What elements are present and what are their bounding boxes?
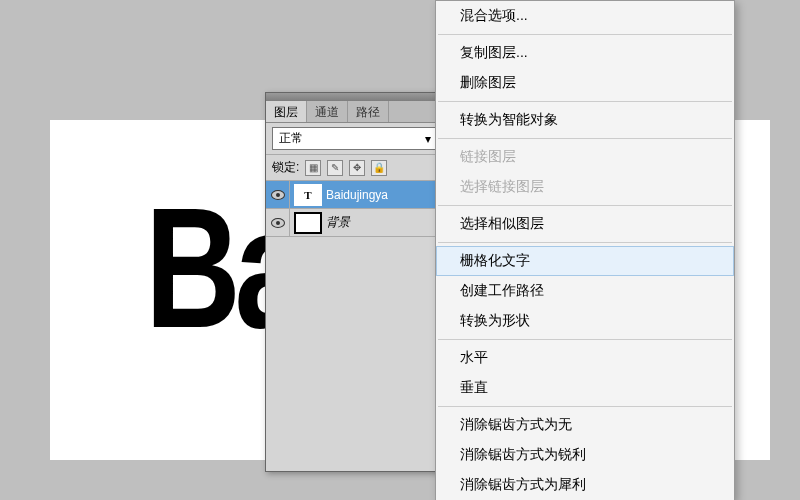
menu-separator xyxy=(438,242,732,243)
eye-icon xyxy=(271,218,285,228)
lock-move-icon[interactable]: ✥ xyxy=(349,160,365,176)
menu-separator xyxy=(438,406,732,407)
tab-paths[interactable]: 路径 xyxy=(348,101,389,122)
menu-item[interactable]: 转换为形状 xyxy=(436,306,734,336)
menu-item[interactable]: 水平 xyxy=(436,343,734,373)
menu-item: 链接图层 xyxy=(436,142,734,172)
lock-transparent-icon[interactable]: ▦ xyxy=(305,160,321,176)
menu-item[interactable]: 消除锯齿方式为锐利 xyxy=(436,440,734,470)
layers-panel: 图层 通道 路径 正常 ▾ 锁定: ▦ ✎ ✥ 🔒 T Baidujingya … xyxy=(265,92,445,472)
layer-name[interactable]: 背景 xyxy=(326,214,350,231)
eye-icon xyxy=(271,190,285,200)
layer-name[interactable]: Baidujingya xyxy=(326,188,388,202)
panel-tabs: 图层 通道 路径 xyxy=(266,101,444,123)
lock-all-icon[interactable]: 🔒 xyxy=(371,160,387,176)
layer-row[interactable]: T Baidujingya xyxy=(266,181,444,209)
blend-mode-value: 正常 xyxy=(279,130,303,147)
lock-label: 锁定: xyxy=(272,159,299,176)
blend-mode-row: 正常 ▾ xyxy=(266,123,444,155)
panel-titlebar[interactable] xyxy=(266,93,444,101)
layer-thumbnail[interactable]: T xyxy=(294,184,322,206)
layer-thumbnail[interactable] xyxy=(294,212,322,234)
chevron-down-icon: ▾ xyxy=(425,132,431,146)
layer-row[interactable]: 背景 xyxy=(266,209,444,237)
menu-item: 选择链接图层 xyxy=(436,172,734,202)
menu-item[interactable]: 删除图层 xyxy=(436,68,734,98)
menu-separator xyxy=(438,138,732,139)
menu-item[interactable]: 转换为智能对象 xyxy=(436,105,734,135)
blend-mode-select[interactable]: 正常 ▾ xyxy=(272,127,438,150)
menu-item[interactable]: 消除锯齿方式为犀利 xyxy=(436,470,734,500)
menu-item[interactable]: 栅格化文字 xyxy=(436,246,734,276)
menu-item[interactable]: 创建工作路径 xyxy=(436,276,734,306)
menu-separator xyxy=(438,339,732,340)
menu-item[interactable]: 复制图层... xyxy=(436,38,734,68)
layer-context-menu: 混合选项...复制图层...删除图层转换为智能对象链接图层选择链接图层选择相似图… xyxy=(435,0,735,500)
menu-separator xyxy=(438,34,732,35)
menu-item[interactable]: 混合选项... xyxy=(436,1,734,31)
tab-layers[interactable]: 图层 xyxy=(266,101,307,122)
visibility-toggle[interactable] xyxy=(266,181,290,208)
menu-item[interactable]: 消除锯齿方式为无 xyxy=(436,410,734,440)
lock-row: 锁定: ▦ ✎ ✥ 🔒 xyxy=(266,155,444,181)
menu-item[interactable]: 选择相似图层 xyxy=(436,209,734,239)
menu-separator xyxy=(438,205,732,206)
menu-separator xyxy=(438,101,732,102)
tab-channels[interactable]: 通道 xyxy=(307,101,348,122)
menu-item[interactable]: 垂直 xyxy=(436,373,734,403)
lock-brush-icon[interactable]: ✎ xyxy=(327,160,343,176)
layer-list: T Baidujingya 背景 xyxy=(266,181,444,237)
visibility-toggle[interactable] xyxy=(266,209,290,236)
